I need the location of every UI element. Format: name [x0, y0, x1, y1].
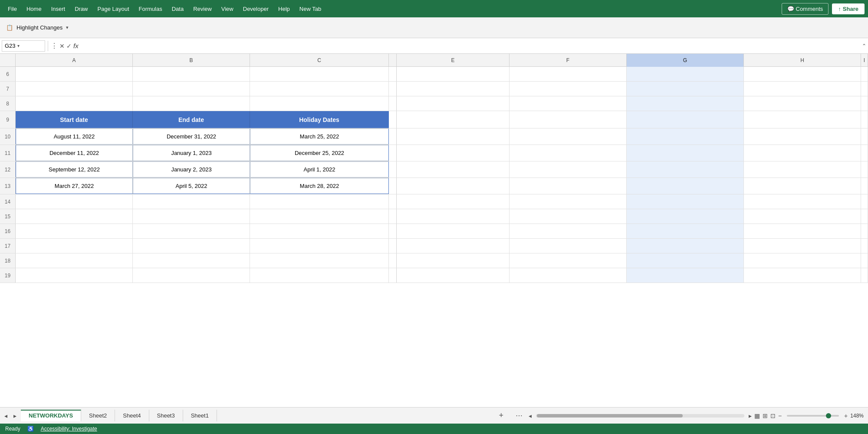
col-header-i[interactable]: I: [861, 54, 868, 67]
cell-i12[interactable]: [861, 161, 868, 178]
cell-b7[interactable]: [133, 82, 250, 96]
cell-d14[interactable]: [389, 194, 397, 209]
cell-e16[interactable]: [397, 224, 510, 238]
cell-a15[interactable]: [16, 209, 133, 224]
cell-c6[interactable]: [250, 67, 389, 81]
cell-i6[interactable]: [861, 67, 868, 81]
col-header-e[interactable]: E: [397, 54, 510, 67]
cell-d12[interactable]: [389, 161, 397, 178]
col-header-f[interactable]: F: [510, 54, 627, 67]
cell-a17[interactable]: [16, 239, 133, 253]
cell-f18[interactable]: [510, 253, 627, 268]
cell-i13[interactable]: [861, 178, 868, 194]
cell-h12[interactable]: [744, 161, 861, 178]
cell-c17[interactable]: [250, 239, 389, 253]
cell-d15[interactable]: [389, 209, 397, 224]
cell-f8[interactable]: [510, 96, 627, 111]
cell-c16[interactable]: [250, 224, 389, 238]
cell-b14[interactable]: [133, 194, 250, 209]
nav-prev-btn[interactable]: ◂: [2, 411, 10, 420]
accessibility-status[interactable]: Accessibility: Investigate: [41, 426, 97, 432]
sheet-tab-sheet3[interactable]: Sheet3: [149, 410, 183, 421]
col-header-d[interactable]: [389, 54, 397, 67]
cell-d7[interactable]: [389, 82, 397, 96]
cell-d16[interactable]: [389, 224, 397, 238]
cell-h6[interactable]: [744, 67, 861, 81]
menu-item-page-layout[interactable]: Page Layout: [93, 4, 134, 14]
cell-e13[interactable]: [397, 178, 510, 194]
cell-e10[interactable]: [397, 128, 510, 145]
zoom-out-btn[interactable]: −: [778, 412, 782, 419]
sheet-tab-networkdays[interactable]: NETWORKDAYS: [21, 410, 81, 421]
cell-c11[interactable]: December 25, 2022: [250, 145, 389, 161]
formula-more-icon[interactable]: ⋮: [51, 42, 58, 50]
cell-b8[interactable]: [133, 96, 250, 111]
cell-h17[interactable]: [744, 239, 861, 253]
cell-g6[interactable]: [627, 67, 744, 81]
zoom-slider[interactable]: [787, 415, 839, 417]
normal-view-icon[interactable]: ▦: [754, 412, 760, 419]
cell-d19[interactable]: [389, 268, 397, 283]
cell-c18[interactable]: [250, 253, 389, 268]
sheet-tab-sheet1[interactable]: Sheet1: [183, 410, 217, 421]
cell-d8[interactable]: [389, 96, 397, 111]
cell-ref-chevron[interactable]: ▾: [17, 43, 20, 48]
cell-d17[interactable]: [389, 239, 397, 253]
cell-b10[interactable]: December 31, 2022: [133, 128, 250, 145]
cell-g9[interactable]: [627, 111, 744, 128]
cell-a9-header[interactable]: Start date: [16, 111, 133, 128]
col-header-b[interactable]: B: [133, 54, 250, 67]
cell-g12[interactable]: [627, 161, 744, 178]
cell-reference-box[interactable]: G23 ▾: [2, 40, 45, 52]
cell-e6[interactable]: [397, 67, 510, 81]
cell-a8[interactable]: [16, 96, 133, 111]
cell-h9[interactable]: [744, 111, 861, 128]
nav-next-btn[interactable]: ▸: [11, 411, 19, 420]
cell-g17[interactable]: [627, 239, 744, 253]
menu-item-newtab[interactable]: New Tab: [295, 4, 326, 14]
cell-f7[interactable]: [510, 82, 627, 96]
menu-item-review[interactable]: Review: [189, 4, 216, 14]
cell-d11[interactable]: [389, 145, 397, 161]
cell-d18[interactable]: [389, 253, 397, 268]
cell-b9-header[interactable]: End date: [133, 111, 250, 128]
add-sheet-button[interactable]: +: [494, 411, 508, 420]
cell-i16[interactable]: [861, 224, 868, 238]
cell-h13[interactable]: [744, 178, 861, 194]
cell-f17[interactable]: [510, 239, 627, 253]
cell-b6[interactable]: [133, 67, 250, 81]
menu-item-help[interactable]: Help: [274, 4, 294, 14]
cell-b12[interactable]: January 2, 2023: [133, 161, 250, 178]
cell-e7[interactable]: [397, 82, 510, 96]
cell-a7[interactable]: [16, 82, 133, 96]
cell-b17[interactable]: [133, 239, 250, 253]
cell-d6[interactable]: [389, 67, 397, 81]
menu-item-insert[interactable]: Insert: [47, 4, 70, 14]
cell-c9-header[interactable]: Holiday Dates: [250, 111, 389, 128]
cell-c10[interactable]: March 25, 2022: [250, 128, 389, 145]
more-options-icon[interactable]: ⋯: [512, 411, 526, 420]
cell-f12[interactable]: [510, 161, 627, 178]
cell-h14[interactable]: [744, 194, 861, 209]
cell-g11[interactable]: [627, 145, 744, 161]
scroll-left-btn[interactable]: ◂: [529, 412, 532, 419]
cell-d13[interactable]: [389, 178, 397, 194]
cell-g18[interactable]: [627, 253, 744, 268]
cell-i10[interactable]: [861, 128, 868, 145]
cell-a16[interactable]: [16, 224, 133, 238]
cell-h19[interactable]: [744, 268, 861, 283]
cell-c19[interactable]: [250, 268, 389, 283]
cell-c8[interactable]: [250, 96, 389, 111]
cell-h7[interactable]: [744, 82, 861, 96]
cell-f6[interactable]: [510, 67, 627, 81]
cell-b11[interactable]: January 1, 2023: [133, 145, 250, 161]
cell-c14[interactable]: [250, 194, 389, 209]
col-header-g[interactable]: G: [627, 54, 744, 67]
cell-a6[interactable]: [16, 67, 133, 81]
cell-e18[interactable]: [397, 253, 510, 268]
cell-f13[interactable]: [510, 178, 627, 194]
sheet-tab-sheet4[interactable]: Sheet4: [115, 410, 149, 421]
col-header-a[interactable]: A: [16, 54, 133, 67]
cell-f19[interactable]: [510, 268, 627, 283]
cell-h10[interactable]: [744, 128, 861, 145]
